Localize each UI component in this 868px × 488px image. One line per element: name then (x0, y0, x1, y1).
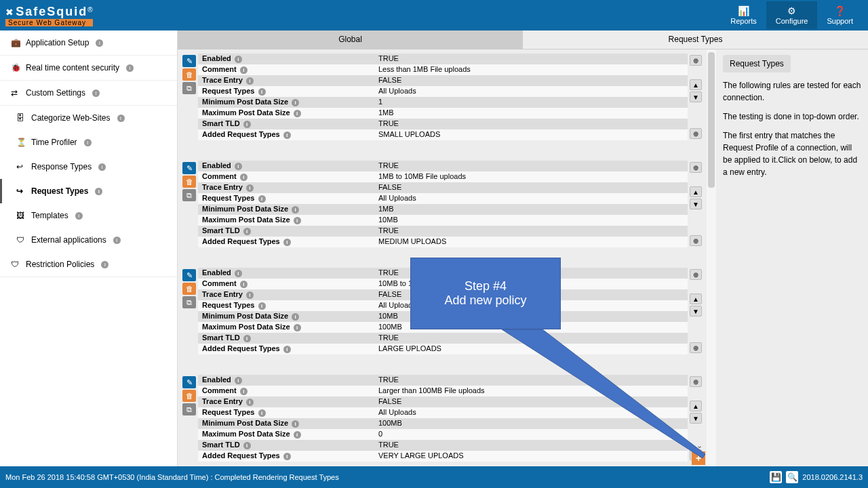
info-icon[interactable]: i (243, 121, 251, 128)
info-icon[interactable]: i (258, 88, 266, 96)
sidebar-item-application-setup[interactable]: 💼Application Setupi (0, 30, 177, 56)
move-up-button[interactable]: ▲ (690, 79, 702, 90)
move-down-button[interactable]: ▼ (690, 413, 702, 424)
brand-tagline: Secure Web Gateway (5, 19, 93, 26)
rule-row: Trace Entry iFALSE (198, 396, 688, 407)
tab-request-types[interactable]: Request Types (523, 30, 868, 49)
info-icon[interactable]: i (240, 281, 248, 288)
delete-button[interactable]: 🗑 (182, 176, 196, 188)
nav-reports[interactable]: 📊 Reports (721, 1, 766, 29)
clone-button[interactable]: ⧉ (182, 403, 196, 415)
info-icon[interactable]: i (294, 431, 301, 439)
row-label: Trace Entry i (198, 182, 374, 193)
info-icon[interactable]: i (95, 188, 102, 195)
info-icon[interactable]: i (292, 313, 299, 321)
move-up-button[interactable]: ▲ (690, 401, 702, 411)
info-icon[interactable]: i (98, 163, 106, 171)
add-policy-button[interactable]: + (692, 451, 705, 465)
info-icon[interactable]: i (240, 388, 248, 395)
info-icon[interactable]: i (292, 99, 299, 106)
info-icon[interactable]: i (294, 110, 301, 117)
toggle-button[interactable]: ⊕ (690, 162, 702, 173)
edit-button[interactable]: ✎ (182, 376, 196, 388)
info-icon[interactable]: i (258, 302, 266, 310)
info-icon[interactable]: i (246, 184, 254, 192)
info-icon[interactable]: i (240, 66, 248, 74)
info-icon[interactable]: i (283, 346, 291, 353)
move-down-button[interactable]: ▼ (690, 306, 702, 317)
templates-icon: 🖼 (16, 211, 26, 220)
info-icon[interactable]: i (294, 324, 301, 331)
toggle-button[interactable]: ⊕ (690, 55, 702, 66)
info-icon[interactable]: i (96, 39, 103, 47)
save-icon[interactable]: 💾 (770, 471, 782, 483)
move-down-button[interactable]: ▼ (690, 92, 702, 102)
move-up-button[interactable]: ▲ (690, 186, 702, 197)
info-icon[interactable]: i (235, 56, 242, 63)
clone-button[interactable]: ⧉ (182, 82, 196, 94)
info-icon[interactable]: i (235, 377, 242, 384)
info-icon[interactable]: i (113, 237, 121, 244)
clone-button[interactable]: ⧉ (182, 296, 196, 308)
toggle-button[interactable]: ⊕ (690, 376, 702, 387)
info-icon[interactable]: i (92, 89, 100, 97)
sidebar-item-custom[interactable]: ⇄Custom Settingsi (0, 81, 177, 106)
edit-button[interactable]: ✎ (182, 269, 196, 281)
sidebar-item-external[interactable]: 🛡External applicationsi (0, 228, 177, 252)
sidebar-item-realtime[interactable]: 🐞Real time content securityi (0, 56, 177, 81)
toggle-button[interactable]: ⊕ (690, 128, 702, 139)
toggle-button[interactable]: ⊕ (690, 235, 702, 246)
info-icon[interactable]: i (283, 131, 291, 139)
info-icon[interactable]: i (243, 228, 251, 235)
sidebar-item-templates[interactable]: 🖼Templatesi (0, 203, 177, 228)
sidebar-label: External applications (31, 235, 106, 245)
sidebar-item-restriction[interactable]: 🛡Restriction Policiesi (0, 252, 177, 277)
search-icon[interactable]: 🔍 (786, 471, 798, 483)
info-icon[interactable]: i (84, 139, 92, 146)
info-icon[interactable]: i (75, 212, 83, 220)
sidebar-item-responsetypes[interactable]: ↩Response Typesi (0, 155, 177, 179)
info-icon[interactable]: i (243, 442, 251, 449)
toggle-button[interactable]: ⊕ (690, 269, 702, 280)
tab-global[interactable]: Global (178, 30, 523, 49)
edit-button[interactable]: ✎ (182, 55, 196, 67)
info-icon[interactable]: i (258, 409, 266, 417)
info-icon[interactable]: i (235, 163, 242, 170)
sidebar-item-categorize[interactable]: 🗄Categorize Web-Sitesi (0, 106, 177, 130)
move-up-button[interactable]: ▲ (690, 293, 702, 304)
delete-button[interactable]: 🗑 (182, 390, 196, 402)
info-icon[interactable]: i (101, 261, 108, 268)
rule-row: Smart TLD iTRUE (198, 119, 688, 129)
info-icon[interactable]: i (235, 270, 242, 277)
sidebar-item-timeprofiler[interactable]: ⏳Time Profileri (0, 130, 177, 155)
info-icon[interactable]: i (292, 420, 299, 428)
scrollbar-thumb[interactable] (708, 52, 715, 188)
rule-row: Smart TLD iTRUE (198, 226, 688, 237)
info-icon[interactable]: i (292, 206, 299, 214)
info-icon[interactable]: i (283, 453, 291, 460)
sidebar-item-requesttypes[interactable]: ↪Request Typesi (0, 179, 177, 203)
edit-button[interactable]: ✎ (182, 162, 196, 174)
info-icon[interactable]: i (117, 115, 125, 122)
info-icon[interactable]: i (246, 399, 254, 406)
delete-button[interactable]: 🗑 (182, 68, 196, 81)
nav-support[interactable]: ❓ Support (817, 1, 863, 29)
clone-button[interactable]: ⧉ (182, 189, 196, 201)
move-down-button[interactable]: ▼ (690, 199, 702, 209)
info-icon[interactable]: i (258, 195, 266, 203)
row-value: 10MB (374, 215, 688, 226)
row-label: Request Types i (198, 86, 374, 97)
info-icon[interactable]: i (246, 77, 254, 85)
toggle-button[interactable]: ⊕ (690, 342, 702, 353)
nav-configure[interactable]: ⚙ Configure (766, 1, 818, 29)
info-icon[interactable]: i (246, 291, 254, 299)
info-icon[interactable]: i (240, 174, 248, 181)
scrollbar[interactable] (707, 49, 716, 466)
info-icon[interactable]: i (294, 217, 301, 224)
row-value: Less than 1MB File uploads (374, 64, 688, 75)
delete-button[interactable]: 🗑 (182, 283, 196, 295)
info-icon[interactable]: i (126, 64, 134, 72)
info-icon[interactable]: i (283, 239, 291, 246)
info-icon[interactable]: i (243, 335, 251, 342)
shield-check-icon: 🛡 (16, 235, 26, 245)
